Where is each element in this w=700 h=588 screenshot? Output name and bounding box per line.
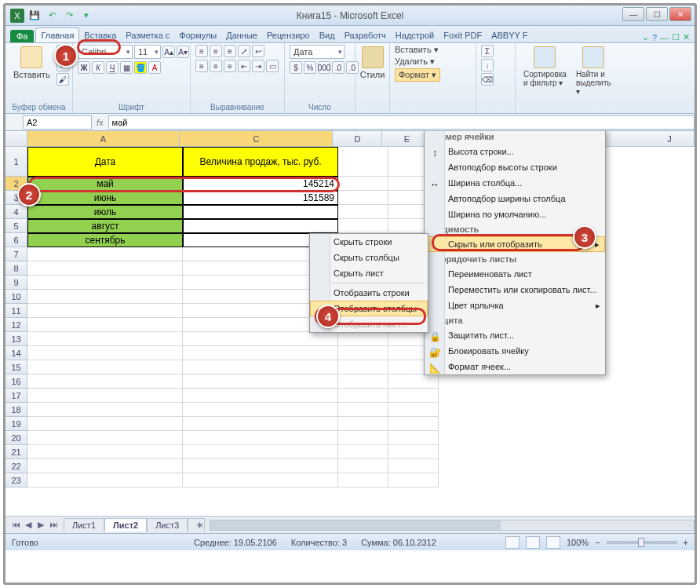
tab-view[interactable]: Вид bbox=[315, 28, 340, 42]
menu-move-copy-sheet[interactable]: Переместить или скопировать лист... bbox=[425, 282, 605, 298]
row-header-12[interactable]: 12 bbox=[5, 318, 27, 332]
sheet-nav-first-icon[interactable]: ⏮ bbox=[10, 520, 21, 530]
cell-A4[interactable]: июль bbox=[27, 205, 183, 219]
tab-review[interactable]: Рецензиро bbox=[262, 28, 315, 42]
increase-decimal-icon[interactable]: .0 bbox=[332, 61, 345, 74]
doc-close-icon[interactable]: ✕ bbox=[683, 32, 690, 42]
row-header-9[interactable]: 9 bbox=[5, 276, 27, 290]
insert-cells-button[interactable]: Вставить ▾ bbox=[395, 45, 439, 55]
orientation-icon[interactable]: ⤢ bbox=[238, 45, 250, 57]
doc-min-icon[interactable]: — bbox=[660, 33, 669, 42]
undo-icon[interactable]: ↶ bbox=[45, 9, 59, 23]
font-size-combo[interactable]: 11 bbox=[134, 45, 161, 59]
row-header-8[interactable]: 8 bbox=[5, 261, 27, 276]
row-header-5[interactable]: 5 bbox=[5, 219, 27, 233]
menu-hide-cols[interactable]: Скрыть столбцы bbox=[310, 250, 428, 265]
close-button[interactable]: ✕ bbox=[669, 7, 691, 21]
name-box[interactable]: A2 bbox=[23, 115, 92, 130]
tab-file[interactable]: Фа bbox=[10, 30, 34, 42]
menu-auto-col-width[interactable]: Автоподбор ширины столбца bbox=[425, 191, 605, 206]
currency-icon[interactable]: $ bbox=[290, 61, 302, 74]
comma-icon[interactable]: 000 bbox=[318, 61, 330, 74]
row-header-20[interactable]: 20 bbox=[5, 431, 27, 445]
sort-filter-button[interactable]: Сортировка и фильтр ▾ bbox=[520, 45, 570, 89]
tab-formulas[interactable]: Формулы bbox=[174, 28, 221, 42]
menu-protect-sheet[interactable]: 🔒Защитить лист... bbox=[425, 327, 605, 343]
cell-C5[interactable] bbox=[183, 219, 338, 233]
find-select-button[interactable]: Найти и выделить ▾ bbox=[573, 45, 614, 97]
bold-icon[interactable]: Ж bbox=[78, 61, 90, 74]
cell-C4[interactable] bbox=[183, 205, 338, 219]
sheet-nav-last-icon[interactable]: ⏭ bbox=[48, 520, 59, 530]
fill-icon[interactable]: ↓ bbox=[481, 59, 494, 71]
menu-row-height[interactable]: ↕Высота строки... bbox=[425, 144, 605, 159]
delete-cells-button[interactable]: Удалить ▾ bbox=[395, 57, 435, 67]
autosum-icon[interactable]: Σ bbox=[481, 45, 494, 57]
font-color-icon[interactable]: A bbox=[148, 61, 161, 74]
row-header-1[interactable]: 1 bbox=[5, 147, 27, 177]
row-header-17[interactable]: 17 bbox=[5, 389, 27, 403]
align-right-icon[interactable]: ≡ bbox=[224, 60, 236, 72]
tab-addins[interactable]: Надстрой bbox=[391, 28, 439, 42]
sheet-tab-2[interactable]: Лист2 bbox=[104, 518, 147, 531]
align-bottom-icon[interactable]: ≡ bbox=[224, 45, 236, 57]
redo-icon[interactable]: ↷ bbox=[62, 9, 76, 23]
row-header-21[interactable]: 21 bbox=[5, 445, 27, 459]
cell-C1[interactable]: Величина продаж, тыс. руб. bbox=[183, 147, 338, 177]
view-layout-icon[interactable] bbox=[526, 536, 540, 549]
zoom-slider[interactable] bbox=[607, 541, 677, 544]
menu-lock-cell[interactable]: 🔐Блокировать ячейку bbox=[425, 343, 605, 359]
menu-format-cells[interactable]: 📐Формат ячеек... bbox=[425, 359, 605, 374]
format-cells-button[interactable]: Формат ▾ bbox=[395, 68, 440, 82]
select-all-corner[interactable] bbox=[5, 131, 27, 146]
clear-icon[interactable]: ⌫ bbox=[481, 73, 494, 86]
fill-color-icon[interactable]: 🪣 bbox=[134, 61, 147, 74]
zoom-out-icon[interactable]: − bbox=[595, 538, 600, 547]
align-middle-icon[interactable]: ≡ bbox=[210, 45, 222, 57]
maximize-button[interactable]: ☐ bbox=[646, 7, 668, 21]
zoom-level[interactable]: 100% bbox=[567, 538, 589, 547]
qat-more-icon[interactable]: ▾ bbox=[79, 9, 93, 23]
col-header-A[interactable]: A bbox=[27, 131, 180, 146]
cell-A1[interactable]: Дата bbox=[27, 147, 183, 177]
cell-A5[interactable]: август bbox=[27, 219, 183, 233]
col-header-D[interactable]: D bbox=[333, 131, 382, 146]
row-header-14[interactable]: 14 bbox=[5, 346, 27, 360]
underline-icon[interactable]: Ч bbox=[106, 61, 118, 74]
cell-A6[interactable]: сентябрь bbox=[27, 233, 183, 247]
zoom-in-icon[interactable]: + bbox=[684, 538, 688, 547]
decrease-indent-icon[interactable]: ⇤ bbox=[238, 60, 250, 72]
sheet-tab-1[interactable]: Лист1 bbox=[64, 518, 104, 531]
menu-hide-sheet[interactable]: Скрыть лист bbox=[310, 265, 428, 281]
align-left-icon[interactable]: ≡ bbox=[195, 60, 208, 72]
tab-home[interactable]: Главная bbox=[35, 27, 79, 42]
cell-A3[interactable]: июнь bbox=[27, 191, 183, 205]
align-top-icon[interactable]: ≡ bbox=[195, 45, 208, 57]
sheet-tab-new[interactable]: ✳ bbox=[188, 518, 205, 532]
horizontal-scrollbar[interactable] bbox=[210, 520, 695, 531]
menu-tab-color[interactable]: Цвет ярлычка▸ bbox=[425, 298, 605, 313]
row-header-18[interactable]: 18 bbox=[5, 403, 27, 417]
format-painter-icon[interactable]: 🖌 bbox=[57, 73, 69, 86]
save-icon[interactable]: 💾 bbox=[27, 9, 42, 23]
tab-abbyy[interactable]: ABBYY F bbox=[487, 28, 532, 42]
worksheet-grid[interactable]: A C D E J 1 Дата Величина продаж, тыс. р… bbox=[5, 131, 695, 516]
row-header-19[interactable]: 19 bbox=[5, 417, 27, 431]
menu-unhide-rows[interactable]: Отобразить строки bbox=[310, 285, 428, 301]
percent-icon[interactable]: % bbox=[304, 61, 316, 74]
row-header-22[interactable]: 22 bbox=[5, 459, 27, 473]
number-format-combo[interactable]: Дата bbox=[290, 45, 345, 59]
view-pagebreak-icon[interactable] bbox=[546, 536, 560, 549]
row-header-11[interactable]: 11 bbox=[5, 304, 27, 318]
minimize-button[interactable]: — bbox=[622, 7, 644, 21]
row-header-15[interactable]: 15 bbox=[5, 360, 27, 374]
sheet-tab-3[interactable]: Лист3 bbox=[147, 518, 188, 531]
sheet-nav-prev-icon[interactable]: ◀ bbox=[23, 520, 34, 530]
increase-indent-icon[interactable]: ⇥ bbox=[252, 60, 264, 72]
tab-foxit[interactable]: Foxit PDF bbox=[439, 28, 487, 42]
menu-auto-row-height[interactable]: Автоподбор высоты строки bbox=[425, 159, 605, 175]
fx-icon[interactable]: fx bbox=[92, 118, 108, 127]
border-icon[interactable]: ▦ bbox=[120, 61, 133, 74]
col-header-C[interactable]: C bbox=[180, 131, 333, 146]
menu-hide-rows[interactable]: Скрыть строки bbox=[310, 234, 428, 250]
